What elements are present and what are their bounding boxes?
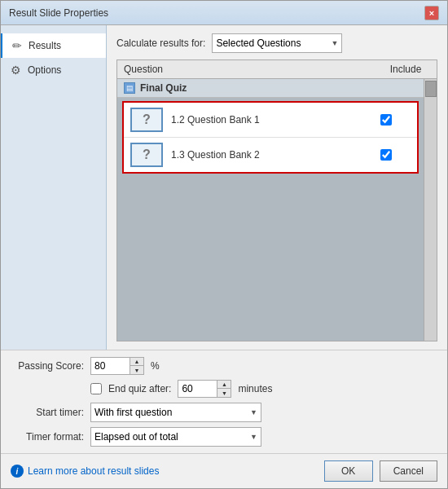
learn-more-link[interactable]: i Learn more about result slides — [11, 465, 159, 478]
start-timer-dropdown[interactable]: With first question With first slide Man… — [90, 403, 261, 422]
passing-score-spinner: ▲ ▼ — [90, 357, 144, 375]
calculate-row: Calculate results for: Selected Question… — [116, 33, 437, 53]
question-thumb-2: ? — [130, 143, 163, 167]
dialog-title: Result Slide Properties — [9, 7, 108, 19]
question-name-1: 1.2 Question Bank 1 — [171, 114, 354, 126]
end-quiz-down[interactable]: ▼ — [217, 389, 231, 397]
bottom-panel: Passing Score: ▲ ▼ % End quiz after: ▲ ▼ — [1, 350, 447, 453]
start-timer-row: Start timer: With first question With fi… — [11, 403, 437, 422]
pencil-icon: ✏ — [12, 39, 22, 52]
passing-score-row: Passing Score: ▲ ▼ % — [11, 357, 437, 375]
col-question-header: Question — [124, 64, 381, 75]
end-quiz-label: End quiz after: — [108, 383, 171, 394]
include-checkbox-1[interactable] — [380, 114, 392, 126]
end-quiz-checkbox[interactable] — [90, 383, 102, 394]
end-quiz-unit: minutes — [238, 383, 272, 394]
group-label: Final Quiz — [140, 82, 187, 94]
passing-score-input[interactable] — [90, 357, 130, 375]
end-quiz-arrows: ▲ ▼ — [217, 380, 231, 398]
close-button[interactable]: × — [424, 6, 439, 20]
table-body: ▤ Final Quiz ? 1.2 Question Bank 1 — [117, 79, 424, 341]
question-thumb-1: ? — [130, 108, 163, 132]
dialog: Result Slide Properties × ✏ Results ⚙ Op… — [0, 0, 448, 489]
calculate-dropdown[interactable]: Selected Questions All Questions — [212, 33, 342, 53]
sidebar: ✏ Results ⚙ Options — [1, 25, 107, 350]
title-bar: Result Slide Properties × — [1, 1, 447, 25]
question-check-2 — [362, 149, 411, 161]
sidebar-item-options[interactable]: ⚙ Options — [1, 58, 106, 82]
timer-format-row: Timer format: Elapsed out of total Time … — [11, 427, 437, 447]
end-quiz-spinner: ▲ ▼ — [178, 380, 231, 398]
end-quiz-input[interactable] — [178, 380, 217, 398]
sidebar-results-label: Results — [29, 40, 61, 51]
passing-score-label: Passing Score: — [11, 360, 84, 372]
main-panel: Calculate results for: Selected Question… — [107, 25, 447, 350]
table-row: ? 1.3 Question Bank 2 — [124, 138, 417, 172]
question-rows-container: ? 1.2 Question Bank 1 ? 1.3 Question Ban… — [122, 101, 419, 174]
question-table: Question Include ▤ Final Quiz ? — [116, 59, 437, 341]
start-timer-label: Start timer: — [11, 407, 84, 418]
include-checkbox-2[interactable] — [380, 149, 392, 161]
cancel-button[interactable]: Cancel — [380, 460, 437, 482]
passing-score-unit: % — [151, 360, 160, 372]
timer-format-dropdown[interactable]: Elapsed out of total Time remaining Elap… — [90, 427, 261, 447]
table-header: Question Include — [117, 60, 437, 79]
footer: i Learn more about result slides OK Canc… — [1, 453, 447, 488]
question-check-1 — [362, 114, 411, 126]
table-body-wrapper: ▤ Final Quiz ? 1.2 Question Bank 1 — [117, 79, 437, 341]
timer-format-wrapper: Elapsed out of total Time remaining Elap… — [90, 427, 261, 447]
col-include-header: Include — [381, 64, 430, 75]
ok-button[interactable]: OK — [324, 460, 373, 482]
table-row: ? 1.2 Question Bank 1 — [124, 103, 417, 138]
timer-format-label: Timer format: — [11, 431, 84, 443]
group-icon: ▤ — [124, 82, 135, 94]
end-quiz-up[interactable]: ▲ — [217, 381, 231, 389]
learn-more-text: Learn more about result slides — [28, 465, 159, 477]
sidebar-options-label: Options — [28, 64, 61, 76]
gear-icon: ⚙ — [11, 64, 21, 77]
sidebar-item-results[interactable]: ✏ Results — [1, 33, 106, 58]
group-header: ▤ Final Quiz — [117, 79, 424, 98]
passing-score-arrows: ▲ ▼ — [130, 357, 144, 375]
dialog-body: ✏ Results ⚙ Options Calculate results fo… — [1, 25, 447, 350]
start-timer-wrapper: With first question With first slide Man… — [90, 403, 261, 422]
scrollbar-thumb — [425, 81, 437, 97]
passing-score-up[interactable]: ▲ — [130, 358, 143, 366]
passing-score-down[interactable]: ▼ — [130, 366, 143, 374]
footer-buttons: OK Cancel — [324, 460, 437, 482]
question-name-2: 1.3 Question Bank 2 — [171, 149, 354, 161]
scrollbar[interactable] — [424, 79, 437, 341]
info-icon: i — [11, 465, 24, 478]
calculate-label: Calculate results for: — [116, 37, 205, 49]
calculate-select-wrapper: Selected Questions All Questions — [212, 33, 342, 53]
end-quiz-row: End quiz after: ▲ ▼ minutes — [11, 380, 437, 398]
